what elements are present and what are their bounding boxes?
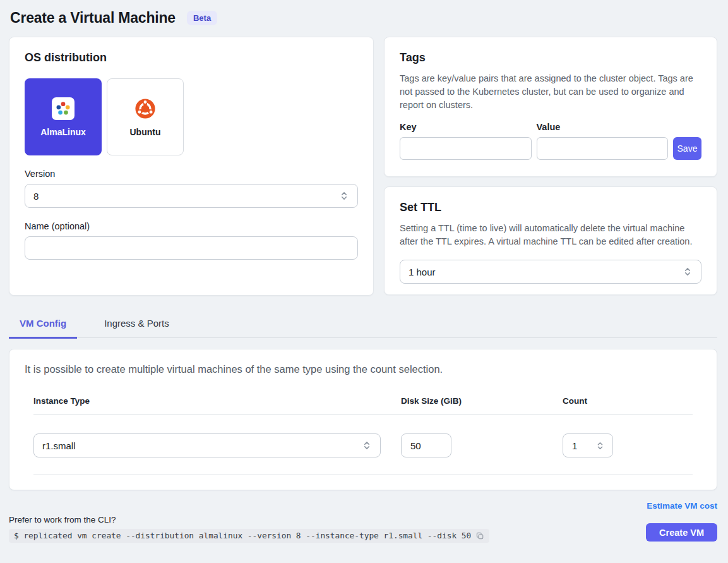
page-title: Create a Virtual Machine <box>10 9 176 27</box>
cli-command-bar: $ replicated vm create --distribution al… <box>9 529 489 543</box>
vm-config-row: r1.small 1 <box>33 415 693 475</box>
column-disk-size: Disk Size (GiB) <box>401 396 563 406</box>
chevron-updown-icon <box>595 441 605 451</box>
tags-description: Tags are key/value pairs that are assign… <box>400 72 701 112</box>
count-value: 1 <box>572 440 577 451</box>
chevron-updown-icon <box>339 191 349 201</box>
tag-key-field: Key <box>400 122 532 160</box>
vm-table-header: Instance Type Disk Size (GiB) Count <box>33 396 693 406</box>
os-distribution-card: OS distribution AlmaLinux <box>9 37 374 296</box>
vm-table: Instance Type Disk Size (GiB) Count r1.s… <box>25 396 701 475</box>
cli-label: Prefer to work from the CLI? <box>9 515 489 524</box>
tag-key-input[interactable] <box>400 137 532 160</box>
version-select[interactable]: 8 <box>25 184 358 208</box>
chevron-updown-icon <box>362 440 372 451</box>
cli-block: Prefer to work from the CLI? $ replicate… <box>9 515 489 543</box>
save-tag-button[interactable]: Save <box>673 137 701 160</box>
version-select-value: 8 <box>33 191 39 202</box>
tags-card: Tags Tags are key/value pairs that are a… <box>384 37 717 177</box>
footer-bottom-row: Prefer to work from the CLI? $ replicate… <box>9 515 717 543</box>
ttl-select-value: 1 hour <box>409 267 436 277</box>
set-ttl-card: Set TTL Setting a TTL (time to live) wil… <box>384 186 717 295</box>
ttl-card-title: Set TTL <box>400 201 701 214</box>
page-header: Create a Virtual Machine Beta <box>9 0 717 37</box>
instance-type-value: r1.small <box>42 440 76 451</box>
vm-config-intro: It is possible to create multiple virtua… <box>25 363 701 375</box>
os-tiles: AlmaLinux <box>25 78 358 155</box>
tags-card-title: Tags <box>400 51 701 64</box>
os-tile-label: AlmaLinux <box>40 127 86 137</box>
tag-value-input[interactable] <box>537 137 669 160</box>
create-vm-page: Create a Virtual Machine Beta OS distrib… <box>0 0 728 543</box>
os-tile-label: Ubuntu <box>130 127 161 137</box>
tab-vm-config[interactable]: VM Config <box>9 312 77 339</box>
vm-config-card: It is possible to create multiple virtua… <box>9 349 717 490</box>
name-label: Name (optional) <box>25 221 358 231</box>
disk-size-input[interactable] <box>401 433 451 457</box>
ttl-select[interactable]: 1 hour <box>400 260 701 284</box>
instance-type-select[interactable]: r1.small <box>33 433 381 457</box>
ttl-description: Setting a TTL (time to live) will automa… <box>400 222 701 248</box>
divider <box>33 475 693 475</box>
tag-value-field: Value <box>537 122 669 160</box>
create-vm-button[interactable]: Create VM <box>646 523 717 542</box>
almalinux-logo-icon <box>52 97 75 120</box>
version-label: Version <box>25 169 358 179</box>
tab-ingress-ports[interactable]: Ingress & Ports <box>93 312 180 337</box>
ubuntu-logo-icon <box>134 97 157 120</box>
column-count: Count <box>563 396 693 406</box>
estimate-row: Estimate VM cost <box>9 500 717 511</box>
tab-bar: VM Config Ingress & Ports <box>9 312 717 338</box>
tag-value-label: Value <box>537 122 669 132</box>
cli-command-text: $ replicated vm create --distribution al… <box>14 531 471 540</box>
top-grid: OS distribution AlmaLinux <box>9 37 717 296</box>
count-stepper[interactable]: 1 <box>563 433 613 457</box>
os-tile-almalinux[interactable]: AlmaLinux <box>25 78 102 155</box>
os-tile-ubuntu[interactable]: Ubuntu <box>107 78 184 155</box>
right-column: Tags Tags are key/value pairs that are a… <box>384 37 717 296</box>
beta-badge: Beta <box>187 11 217 25</box>
chevron-updown-icon <box>683 267 693 277</box>
tag-row: Key Value Save <box>400 122 701 160</box>
estimate-vm-cost-link[interactable]: Estimate VM cost <box>647 501 717 511</box>
tag-key-label: Key <box>400 122 532 132</box>
name-input[interactable] <box>25 236 358 260</box>
os-card-title: OS distribution <box>25 51 358 64</box>
copy-icon[interactable] <box>475 531 484 540</box>
column-instance-type: Instance Type <box>33 396 401 406</box>
